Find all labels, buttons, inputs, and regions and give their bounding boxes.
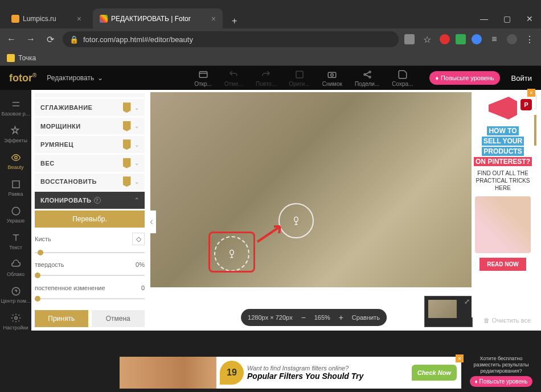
svg-point-11: [14, 317, 17, 320]
new-tab-button[interactable]: +: [227, 14, 241, 28]
upgrade-button-small[interactable]: ♦ Повысьте уровень: [470, 376, 532, 387]
accordion-weight[interactable]: ВЕС⌄: [35, 155, 145, 172]
undo-button[interactable]: Отме...: [224, 69, 243, 87]
url-field[interactable]: 🔒 fotor.com/app.html#/editor/beauty: [63, 31, 399, 47]
close-button[interactable]: ✕: [518, 9, 541, 28]
compare-button[interactable]: Сравнить: [352, 314, 380, 321]
annotation-highlight: [208, 232, 255, 273]
zoom-in-button[interactable]: +: [336, 313, 346, 322]
accordion-blush[interactable]: РУМЯНЕЦ⌄: [35, 136, 145, 153]
clear-all-button[interactable]: 🗑 Очистить все: [483, 317, 531, 324]
nav-beauty[interactable]: Beauty: [0, 148, 31, 175]
chevron-down-icon: ⌄: [97, 74, 103, 82]
logo[interactable]: fotor®: [9, 72, 36, 84]
bottom-right-promo: Хотите бесплатно разместить результаты р…: [467, 356, 535, 389]
left-nav: Базовое р... Эффекты Beauty Рамка Украше…: [0, 90, 31, 331]
fade-slider[interactable]: [35, 294, 145, 303]
trash-icon: 🗑: [483, 317, 490, 324]
info-icon[interactable]: ?: [94, 197, 101, 204]
reload-button[interactable]: ⟳: [43, 34, 57, 45]
accordion-stub: [35, 93, 145, 97]
maximize-button[interactable]: ▢: [495, 9, 518, 28]
back-button[interactable]: ←: [5, 34, 18, 44]
chevron-down-icon: ⌄: [134, 179, 140, 185]
premium-badge-icon: [123, 102, 131, 113]
ad-close-button[interactable]: ×: [456, 354, 464, 362]
chevron-down-icon: ⌄: [134, 123, 140, 129]
ad-image: [120, 357, 216, 389]
pinterest-icon[interactable]: P: [520, 99, 532, 110]
favicon: [11, 15, 19, 23]
nav-frame[interactable]: Рамка: [0, 175, 31, 201]
mode-dropdown[interactable]: Редактировать ⌄: [47, 74, 103, 82]
bookmark-item[interactable]: Точка: [18, 54, 36, 62]
photo-content: [150, 92, 477, 287]
minimize-button[interactable]: ―: [473, 9, 495, 28]
canvas-dimensions: 1280px × 720px: [248, 314, 293, 321]
canvas-area: ‹ › 1280px × 720px − 165% + Сравнить ⤢: [148, 90, 479, 331]
snapshot-button[interactable]: Снимок: [322, 69, 342, 87]
forward-button[interactable]: →: [24, 34, 38, 44]
accordion-wrinkles[interactable]: МОРЩИНКИ⌄: [35, 118, 145, 135]
collapse-icon[interactable]: ⤢: [464, 298, 470, 306]
nav-effects[interactable]: Эффекты: [0, 121, 31, 148]
canvas-prev-button[interactable]: ‹: [147, 211, 156, 233]
svg-rect-8: [13, 181, 19, 188]
star-icon[interactable]: ☆: [420, 34, 434, 45]
nav-cloud[interactable]: Облако: [0, 255, 31, 282]
brush-label: Кисть: [35, 236, 51, 242]
address-bar: ← → ⟳ 🔒 fotor.com/app.html#/editor/beaut…: [0, 28, 541, 50]
open-button[interactable]: Откр...: [194, 69, 212, 87]
hardness-control: твердость 0%: [35, 261, 145, 268]
browser-tab[interactable]: Lumpics.ru ×: [5, 9, 88, 28]
share-button[interactable]: Подели...: [355, 69, 379, 87]
eraser-button[interactable]: ◇: [132, 233, 145, 245]
accordion-smoothing[interactable]: СГЛАЖИВАНИЕ⌄: [35, 99, 145, 116]
zoom-level: 165%: [314, 314, 330, 321]
login-button[interactable]: Войти: [511, 74, 532, 82]
browser-tab-active[interactable]: РЕДАКТИРОВАТЬ | Fotor ×: [93, 9, 223, 28]
hardness-slider[interactable]: [35, 271, 145, 279]
close-icon[interactable]: ×: [77, 14, 81, 23]
zoom-out-button[interactable]: −: [298, 313, 309, 322]
save-button[interactable]: Сохра...: [392, 69, 413, 87]
adblock-icon[interactable]: [440, 34, 450, 44]
brush-control: Кисть ◇: [35, 233, 145, 245]
nav-help[interactable]: Центр пом...: [0, 282, 31, 308]
accordion-restore[interactable]: ВОССТАНОВИТЬ⌄: [35, 174, 145, 191]
close-icon[interactable]: ×: [211, 14, 216, 23]
ad-cta-button[interactable]: READ NOW: [479, 258, 526, 271]
ad-text: HOW TO: [474, 126, 532, 135]
profile-icon[interactable]: [507, 34, 517, 44]
chevron-down-icon: ⌄: [134, 160, 140, 166]
brush-slider[interactable]: [35, 248, 145, 257]
ad-close-button[interactable]: ×: [527, 89, 535, 97]
nav-settings[interactable]: Настройки: [0, 308, 31, 335]
zoom-bar: 1280px × 720px − 165% + Сравнить: [241, 309, 387, 326]
nav-text[interactable]: Текст: [0, 228, 31, 255]
hardness-label: твердость: [35, 261, 64, 268]
redo-button[interactable]: Повто...: [256, 69, 276, 87]
extension-icon[interactable]: [472, 34, 482, 44]
premium-badge-icon: [123, 121, 131, 131]
ad-text: PRODUCTS: [474, 147, 532, 156]
reading-list-icon[interactable]: ≡: [487, 34, 501, 44]
cancel-button[interactable]: Отмена: [92, 310, 145, 327]
accordion-clone-active[interactable]: КЛОНИРОВАТЬ?⌃: [35, 192, 145, 209]
nav-basic[interactable]: Базовое р...: [0, 94, 31, 121]
canvas[interactable]: [150, 92, 477, 287]
upgrade-button[interactable]: ♦ Повысьте уровень: [429, 71, 499, 85]
original-button[interactable]: Ориги...: [289, 69, 310, 87]
ad-bottom-banner[interactable]: × 19 Want to find Instagram filters onli…: [120, 357, 461, 389]
fade-label: постепенное изменение: [35, 284, 105, 291]
ad-cta-button[interactable]: Check Now: [412, 365, 457, 381]
accept-button[interactable]: Принять: [35, 310, 88, 327]
nav-decorate[interactable]: Украше: [0, 201, 31, 228]
hardness-value: 0%: [136, 261, 145, 268]
extension-icon[interactable]: [456, 34, 466, 44]
navigator-thumbnail[interactable]: ⤢: [424, 296, 473, 327]
reselect-button[interactable]: Перевыбр.: [35, 211, 145, 228]
menu-icon[interactable]: ⋮: [523, 34, 536, 45]
translate-icon[interactable]: [404, 34, 415, 44]
ad-subtext: FIND OUT ALL THE PRACTICAL TRICKS HERE: [475, 170, 531, 192]
